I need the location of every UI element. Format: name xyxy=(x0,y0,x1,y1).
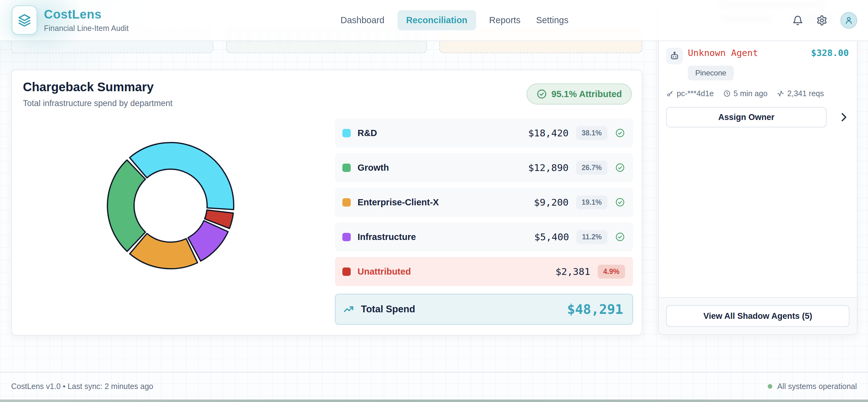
chevron-right-icon[interactable] xyxy=(837,111,850,124)
legend-percent-badge: 11.2% xyxy=(577,230,607,244)
legend-percent-badge: 38.1% xyxy=(576,126,607,140)
header-actions xyxy=(792,0,857,40)
chart-legend: R&D $18,420 38.1% Growth $12,890 26.7% E… xyxy=(335,119,633,325)
status-bar: CostLens v1.0 • Last sync: 2 minutes ago… xyxy=(0,372,868,400)
attributed-badge: 95.1% Attributed xyxy=(527,83,632,104)
legend-label: R&D xyxy=(358,128,528,138)
legend-label: Infrastructure xyxy=(358,232,534,242)
view-all-shadow-agents-button[interactable]: View All Shadow Agents (5) xyxy=(666,305,849,327)
chargeback-summary-card: Chargeback Summary Total infrastructure … xyxy=(11,70,642,336)
legend-row-growth: Growth $12,890 26.7% xyxy=(335,153,633,182)
attributed-badge-label: 95.1% Attributed xyxy=(551,89,622,99)
activity-icon xyxy=(777,90,784,97)
check-circle-icon xyxy=(615,232,625,242)
swatch-unattributed xyxy=(342,267,351,276)
shadow-agent-cost: $328.00 xyxy=(811,47,849,58)
check-circle-icon xyxy=(615,197,625,207)
card-subtitle: Total infrastructure spend by department xyxy=(23,99,173,108)
legend-amount: $5,400 xyxy=(534,231,569,242)
total-spend-row: Total Spend $48,291 xyxy=(335,294,633,325)
total-spend-amount: $48,291 xyxy=(567,302,623,317)
key-icon xyxy=(666,90,674,97)
legend-amount: $12,890 xyxy=(528,162,569,173)
swatch-enterprise xyxy=(342,198,351,207)
legend-row-rnd: R&D $18,420 38.1% xyxy=(335,119,633,147)
user-icon xyxy=(844,16,854,25)
requests-meta: 2,341 reqs xyxy=(777,89,824,98)
legend-percent-badge: 26.7% xyxy=(576,161,607,175)
bot-icon xyxy=(666,47,683,64)
legend-row-infrastructure: Infrastructure $5,400 11.2% xyxy=(335,222,633,252)
last-seen-meta: 5 min ago xyxy=(723,89,768,98)
swatch-rnd xyxy=(342,129,351,137)
viewport-bottom-edge xyxy=(0,400,868,402)
card-title: Chargeback Summary xyxy=(23,80,154,94)
shadow-agents-panel: Unknown Agent $328.00 Pinecone pc-***4d1… xyxy=(658,0,858,335)
swatch-growth xyxy=(342,164,351,172)
nav-tab-reconciliation[interactable]: Reconciliation xyxy=(398,10,476,30)
nav-tab-dashboard[interactable]: Dashboard xyxy=(338,10,387,30)
system-status: All systems operational xyxy=(768,382,857,391)
check-circle-icon xyxy=(536,89,547,99)
legend-label: Growth xyxy=(358,163,528,173)
legend-label: Unattributed xyxy=(358,267,556,277)
legend-row-unattributed: Unattributed $2,381 4.9% xyxy=(335,257,633,286)
shadow-agent-name: Unknown Agent xyxy=(688,47,758,58)
user-avatar[interactable] xyxy=(840,12,857,29)
clock-icon xyxy=(723,90,731,97)
legend-amount: $2,381 xyxy=(556,266,590,277)
legend-amount: $18,420 xyxy=(528,127,569,138)
system-status-text: All systems operational xyxy=(777,382,857,391)
app-header: CostLens Financial Line-Item Audit Dashb… xyxy=(0,0,868,41)
check-circle-icon xyxy=(615,163,625,173)
api-key-meta: pc-***4d1e xyxy=(666,89,714,98)
legend-percent-badge: 19.1% xyxy=(576,195,607,209)
sidebar-footer: View All Shadow Agents (5) xyxy=(659,297,857,334)
version-sync-text: CostLens v1.0 • Last sync: 2 minutes ago xyxy=(11,382,153,391)
status-dot-icon xyxy=(768,384,772,389)
trending-up-icon xyxy=(343,304,354,315)
donut-chart xyxy=(102,138,239,274)
layers-icon xyxy=(17,13,32,27)
legend-amount: $9,200 xyxy=(534,197,569,208)
check-circle-icon xyxy=(615,128,625,138)
main-nav: Dashboard Reconciliation Reports Setting… xyxy=(338,0,571,40)
legend-row-enterprise: Enterprise-Client-X $9,200 19.1% xyxy=(335,188,633,217)
legend-label: Enterprise-Client-X xyxy=(358,197,534,207)
provider-badge: Pinecone xyxy=(688,66,734,80)
swatch-infrastructure xyxy=(342,233,351,241)
gear-icon[interactable] xyxy=(816,15,828,26)
nav-tab-settings[interactable]: Settings xyxy=(534,10,571,30)
bell-icon[interactable] xyxy=(792,15,803,26)
legend-percent-badge: 4.9% xyxy=(598,265,625,279)
brand: CostLens Financial Line-Item Audit xyxy=(12,6,129,35)
agent-meta-row: pc-***4d1e 5 min ago 2,341 reqs xyxy=(666,89,824,98)
assign-owner-button[interactable]: Assign Owner xyxy=(666,107,827,127)
costlens-app: { "brand": { "name": "CostLens", "subtit… xyxy=(0,0,868,402)
nav-tab-reports[interactable]: Reports xyxy=(487,10,523,30)
app-logo xyxy=(12,6,37,35)
total-spend-label: Total Spend xyxy=(361,304,567,315)
